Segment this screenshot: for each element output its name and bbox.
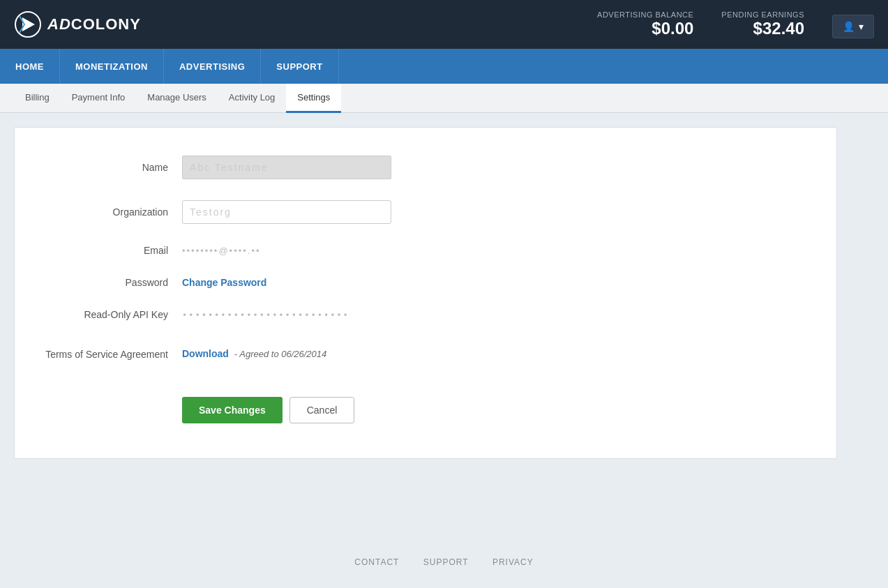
api-key-text: •••••••••••••••••••••••••• <box>182 306 349 324</box>
save-changes-button[interactable]: Save Changes <box>182 397 283 423</box>
email-label: Email <box>43 245 182 256</box>
pending-earnings-label: Pending Earnings <box>721 10 804 19</box>
organization-row: Organization <box>43 200 808 224</box>
user-icon: 👤 <box>843 21 855 32</box>
tos-download-link[interactable]: Download <box>182 348 229 359</box>
organization-value <box>182 200 391 224</box>
footer-contact[interactable]: CONTACT <box>354 557 399 567</box>
password-value: Change Password <box>182 277 391 288</box>
api-key-row: Read-Only API Key ••••••••••••••••••••••… <box>43 309 808 320</box>
user-dropdown-icon: ▾ <box>859 21 864 32</box>
page-body: Name Organization Email ••••••• <box>0 113 888 536</box>
advertising-balance-label: Advertising Balance <box>597 10 693 19</box>
tos-row: Terms of Service Agreement Download - Ag… <box>43 341 808 362</box>
tab-manage-users[interactable]: Manage Users <box>136 84 218 113</box>
change-password-link[interactable]: Change Password <box>182 277 266 288</box>
name-input[interactable] <box>182 156 391 179</box>
buttons-row: Save Changes Cancel <box>43 383 808 430</box>
nav-support[interactable]: SUPPORT <box>261 49 338 84</box>
footer-privacy[interactable]: PRIVACY <box>492 557 534 567</box>
email-row: Email ••••••••@••••.•• <box>43 245 808 256</box>
logo-icon <box>14 10 42 38</box>
footer: CONTACT SUPPORT PRIVACY <box>0 536 888 588</box>
tab-payment-info[interactable]: Payment Info <box>61 84 137 113</box>
tos-value: Download - Agreed to 06/26/2014 <box>182 348 391 359</box>
nav-monetization[interactable]: MONETIZATION <box>60 49 164 84</box>
settings-card: Name Organization Email ••••••• <box>14 127 837 459</box>
password-row: Password Change Password <box>43 277 808 288</box>
logo-text: AdColony <box>47 15 141 33</box>
header: AdColony Advertising Balance $0.00 Pendi… <box>0 0 888 49</box>
name-row: Name <box>43 156 808 179</box>
organization-label: Organization <box>43 206 182 218</box>
password-label: Password <box>43 277 182 288</box>
api-key-value: •••••••••••••••••••••••••• <box>182 309 391 320</box>
name-label: Name <box>43 162 182 173</box>
tos-label: Terms of Service Agreement <box>43 348 182 362</box>
api-key-label: Read-Only API Key <box>43 309 182 320</box>
main-nav: HOME MONETIZATION ADVERTISING SUPPORT <box>0 49 888 84</box>
tab-settings[interactable]: Settings <box>286 84 341 113</box>
tos-agreed-text: - Agreed to 06/26/2014 <box>234 349 327 359</box>
nav-home[interactable]: HOME <box>0 49 60 84</box>
pending-earnings: Pending Earnings $32.40 <box>721 10 804 38</box>
tab-activity-log[interactable]: Activity Log <box>218 84 286 113</box>
logo: AdColony <box>14 10 141 38</box>
tab-billing[interactable]: Billing <box>14 84 61 113</box>
organization-input[interactable] <box>182 200 391 224</box>
pending-earnings-amount: $32.40 <box>721 19 804 38</box>
email-value: ••••••••@••••.•• <box>182 245 391 256</box>
cancel-button[interactable]: Cancel <box>289 397 355 423</box>
user-menu-button[interactable]: 👤 ▾ <box>832 15 874 38</box>
name-value <box>182 156 391 179</box>
tabs-bar: Billing Payment Info Manage Users Activi… <box>0 84 888 113</box>
email-text: ••••••••@••••.•• <box>182 241 261 260</box>
content-area: Name Organization Email ••••••• <box>0 113 851 487</box>
nav-advertising[interactable]: ADVERTISING <box>164 49 261 84</box>
header-right: Advertising Balance $0.00 Pending Earnin… <box>597 10 874 38</box>
advertising-balance: Advertising Balance $0.00 <box>597 10 693 38</box>
advertising-balance-amount: $0.00 <box>597 19 693 38</box>
footer-support[interactable]: SUPPORT <box>423 557 469 567</box>
